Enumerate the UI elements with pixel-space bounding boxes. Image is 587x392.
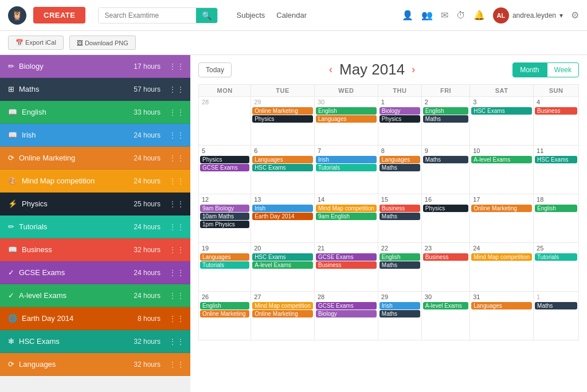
calendar-event[interactable]: Physics [200, 156, 249, 163]
person-icon[interactable]: 👤 [402, 10, 413, 21]
create-button[interactable]: CREATE [33, 7, 85, 23]
calendar-event[interactable]: Maths [535, 302, 577, 309]
user-menu[interactable]: AL andrea.leyden ▾ [493, 7, 563, 23]
calendar-event[interactable]: Languages [252, 156, 313, 163]
calendar-event[interactable]: Business [423, 253, 468, 261]
sidebar-item-english[interactable]: 📖 English 33 hours ⋮⋮ [0, 101, 190, 124]
calendar-event[interactable]: 1pm Physics [200, 221, 249, 228]
sidebar-item-earthday[interactable]: 🌐 Earth Day 2014 8 hours ⋮⋮ [0, 307, 190, 330]
calendar-day-cell: 19LanguagesTutorials [199, 243, 251, 292]
calendar-event[interactable]: English [423, 107, 468, 115]
calendar-event[interactable]: GCSE Exams [200, 164, 249, 171]
calendar-event[interactable]: Earth Day 2014 [252, 213, 313, 220]
calendar-event[interactable]: Tutorials [316, 164, 377, 171]
calendar-event[interactable]: A-level Exams [252, 261, 313, 269]
calendar-event[interactable]: Mind Map competition [471, 253, 532, 261]
prev-month-button[interactable]: ‹ [329, 64, 332, 76]
calendar-event[interactable]: HSC Exams [535, 156, 577, 163]
gear-icon[interactable]: ⚙ [571, 10, 579, 21]
calendar-event[interactable]: HSC Exams [252, 253, 313, 261]
calendar-event[interactable]: Tutorials [535, 253, 577, 261]
drag-handle-icon: ⋮⋮ [169, 222, 185, 232]
calendar-event[interactable]: 10am Maths [200, 213, 249, 220]
calendar-event[interactable]: 9am English [316, 213, 377, 220]
calendar-event[interactable]: Mind Map competition [252, 302, 313, 309]
export-ical-button[interactable]: 📅 Export iCal [8, 36, 64, 50]
sidebar-item-online-marketing[interactable]: ⟳ Online Marketing 24 hours ⋮⋮ [0, 147, 190, 170]
calendar-event[interactable]: Business [379, 205, 420, 212]
group-icon[interactable]: 👥 [421, 10, 433, 21]
calendar-event[interactable]: Irish [316, 156, 377, 163]
day-number: 29 [252, 98, 313, 106]
calendar-event[interactable]: English [200, 302, 249, 309]
month-view-button[interactable]: Month [512, 62, 546, 77]
calendar-event[interactable]: HSC Exams [252, 164, 313, 171]
sidebar-item-alevel[interactable]: ✓ A-level Exams 24 hours ⋮⋮ [0, 284, 190, 307]
calendar-event[interactable]: Maths [379, 310, 420, 317]
sidebar-item-physics[interactable]: ⚡ Physics 25 hours ⋮⋮ [0, 193, 190, 215]
next-month-button[interactable]: › [412, 64, 415, 76]
calendar-event[interactable]: Irish [379, 302, 420, 309]
week-view-button[interactable]: Week [547, 62, 579, 77]
calendar-event[interactable]: Languages [316, 115, 377, 123]
calendar-event[interactable]: A-level Exams [423, 302, 468, 309]
sidebar-item-irish[interactable]: 📖 Irish 24 hours ⋮⋮ [0, 124, 190, 147]
today-button[interactable]: Today [198, 62, 232, 77]
sidebar-item-biology[interactable]: ✏ Biology 17 hours ⋮⋮ [0, 55, 190, 78]
calendar-event[interactable]: English [316, 107, 377, 115]
calendar-day-cell: 14Mind Map competition9am English [314, 194, 378, 243]
calendar-event[interactable]: GCSE Exams [316, 302, 377, 309]
sidebar-item-languages[interactable]: ⟳ Languages 32 hours ⋮⋮ [0, 353, 190, 376]
download-png-button[interactable]: 🖼 Download PNG [69, 36, 136, 50]
calendar-link[interactable]: Calendar [276, 11, 307, 19]
sidebar-item-left: ⟳ Online Marketing [8, 154, 75, 162]
calendar-event[interactable]: Biology [316, 310, 377, 317]
subjects-link[interactable]: Subjects [236, 11, 265, 19]
calendar-event[interactable]: English [379, 253, 420, 261]
calendar-day-cell: 13IrishEarth Day 2014 [251, 194, 315, 243]
calendar-event[interactable]: Online Marketing [471, 205, 532, 212]
calendar-event[interactable]: HSC Exams [471, 107, 532, 115]
calendar-event[interactable]: Languages [379, 156, 420, 163]
sidebar-item-tutorials[interactable]: ✏ Tutorials 24 hours ⋮⋮ [0, 215, 190, 238]
calendar-event[interactable]: Physics [252, 115, 313, 123]
calendar-event[interactable]: A-level Exams [471, 156, 532, 163]
sidebar-item-hsc[interactable]: ✻ HSC Exams 32 hours ⋮⋮ [0, 330, 190, 353]
search-input[interactable] [99, 8, 196, 23]
calendar-day-cell: 18English [534, 194, 579, 243]
sidebar-item-mind-map[interactable]: 🎨 Mind Map competition 24 hours ⋮⋮ [0, 170, 190, 193]
calendar-event[interactable]: English [535, 205, 577, 212]
sidebar-item-maths[interactable]: ⊞ Maths 57 hours ⋮⋮ [0, 78, 190, 101]
calendar-event[interactable]: Online Marketing [252, 310, 313, 317]
calendar-event[interactable]: Physics [379, 115, 420, 123]
calendar-event[interactable]: Languages [471, 302, 532, 309]
calendar-event[interactable]: Maths [379, 261, 420, 269]
sidebar-item-gcse[interactable]: ✓ GCSE Exams 24 hours ⋮⋮ [0, 261, 190, 284]
sidebar-item-hours: 24 hours [134, 177, 161, 185]
main-layout: ✏ Biology 17 hours ⋮⋮ ⊞ Maths 57 hours ⋮… [0, 55, 587, 392]
calendar-event[interactable]: 9am Biology [200, 205, 249, 212]
calendar-event[interactable]: Online Marketing [252, 107, 313, 115]
calendar-event[interactable]: Physics [423, 205, 468, 212]
search-button[interactable]: 🔍 [196, 8, 217, 23]
calendar-event[interactable]: Languages [200, 253, 249, 261]
history-icon[interactable]: ⏱ [456, 10, 465, 21]
view-toggle: Month Week [512, 62, 579, 77]
calendar-event[interactable]: Business [535, 107, 577, 115]
calendar-event[interactable]: Business [316, 261, 377, 269]
calendar-event[interactable]: Irish [252, 205, 313, 212]
calendar-event[interactable]: Tutorials [200, 261, 249, 269]
calendar-event[interactable]: Online Marketing [200, 310, 249, 317]
sidebar-item-business[interactable]: 📖 Business 32 hours ⋮⋮ [0, 238, 190, 261]
calendar-event[interactable]: Maths [423, 156, 468, 163]
bell-icon[interactable]: 🔔 [473, 10, 485, 21]
calendar-event[interactable]: Maths [379, 213, 420, 220]
mail-icon[interactable]: ✉ [441, 10, 448, 21]
calendar-event[interactable]: Maths [423, 115, 468, 123]
sidebar-item-hours: 24 hours [134, 269, 161, 277]
sidebar-item-hours: 32 hours [134, 246, 161, 254]
calendar-event[interactable]: Biology [379, 107, 420, 115]
calendar-event[interactable]: Mind Map competition [316, 205, 377, 212]
calendar-event[interactable]: Maths [379, 164, 420, 171]
calendar-event[interactable]: GCSE Exams [316, 253, 377, 261]
